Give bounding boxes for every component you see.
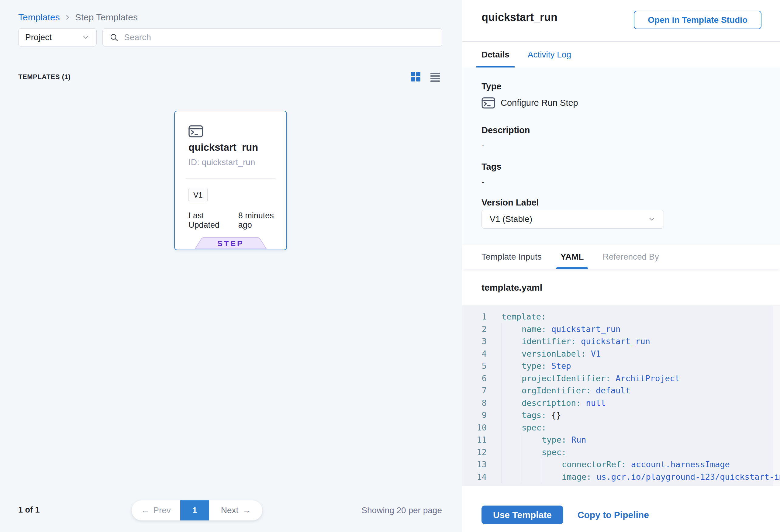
chevron-right-icon xyxy=(64,14,71,21)
yaml-line: 12 spec: xyxy=(462,446,780,459)
yaml-file-name: template.yaml xyxy=(482,282,542,293)
yaml-line: 8 description: null xyxy=(462,397,780,409)
use-template-button[interactable]: Use Template xyxy=(482,505,563,524)
pager-next-label: Next xyxy=(221,505,239,515)
templates-count-header: TEMPLATES (1) xyxy=(18,73,70,81)
details-section: Type Configure Run Step Description - Ta… xyxy=(462,67,780,244)
per-page-indicator: Showing 20 per page xyxy=(361,505,442,515)
tags-label: Tags xyxy=(482,162,501,172)
chevron-down-icon xyxy=(82,34,90,41)
arrow-left-icon: ← xyxy=(141,505,150,515)
pager-page-1-button[interactable]: 1 xyxy=(180,500,209,521)
breadcrumb-templates-link[interactable]: Templates xyxy=(18,12,60,22)
yaml-line: 13 connectorRef: account.harnessImage xyxy=(462,458,780,471)
yaml-line: 10 spec: xyxy=(462,422,780,434)
yaml-line: 2 name: quickstart_run xyxy=(462,323,780,336)
yaml-line: 6 projectIdentifier: ArchitProject xyxy=(462,373,780,385)
run-step-terminal-icon xyxy=(482,97,495,108)
type-value-row: Configure Run Step xyxy=(482,97,578,108)
template-card[interactable]: quickstart_run ID: quickstart_run V1 Las… xyxy=(174,111,287,250)
description-label: Description xyxy=(482,125,530,135)
yaml-code-viewer[interactable]: 1template:2 name: quickstart_run3 identi… xyxy=(462,305,780,486)
scope-select-value: Project xyxy=(25,33,52,42)
yaml-line: 5 type: Step xyxy=(462,360,780,373)
tab-template-inputs[interactable]: Template Inputs xyxy=(482,244,542,269)
version-label-select[interactable]: V1 (Stable) xyxy=(482,210,664,229)
copy-to-pipeline-link[interactable]: Copy to Pipeline xyxy=(578,510,649,520)
tab-yaml[interactable]: YAML xyxy=(560,244,584,269)
yaml-line: 7 orgIdentifier: default xyxy=(462,385,780,397)
template-details-panel: quickstart_run Open in Template Studio D… xyxy=(462,0,780,532)
details-tab-bar: Details Activity Log xyxy=(482,42,571,67)
breadcrumb: Templates Step Templates xyxy=(18,12,138,22)
open-in-template-studio-button[interactable]: Open in Template Studio xyxy=(634,11,762,29)
description-value: - xyxy=(482,140,484,150)
yaml-line: 1template: xyxy=(462,311,780,323)
version-select-value: V1 (Stable) xyxy=(490,214,532,224)
details-actions: Use Template Copy to Pipeline xyxy=(482,505,649,524)
card-last-updated: Last Updated 8 minutes ago xyxy=(189,211,286,230)
yaml-line: 9 tags: {} xyxy=(462,409,780,422)
pager-prev-label: Prev xyxy=(153,505,171,515)
card-template-name: quickstart_run xyxy=(189,142,258,153)
type-value: Configure Run Step xyxy=(501,98,578,108)
arrow-right-icon: → xyxy=(242,505,250,515)
tab-referenced-by[interactable]: Referenced By xyxy=(602,244,659,269)
version-label: Version Label xyxy=(482,198,539,208)
card-version-badge: V1 xyxy=(189,188,208,202)
grid-view-button[interactable] xyxy=(411,72,421,82)
templates-list-panel: Templates Step Templates Project TEMPLAT… xyxy=(0,0,462,532)
step-tag-label: STEP xyxy=(195,239,266,248)
yaml-file-header: template.yaml xyxy=(462,269,780,305)
tab-details[interactable]: Details xyxy=(482,42,509,67)
details-panel-title: quickstart_run xyxy=(482,11,557,24)
tags-value: - xyxy=(482,177,484,187)
search-icon xyxy=(109,33,118,42)
card-template-id: ID: quickstart_run xyxy=(189,157,255,167)
chevron-down-icon xyxy=(648,215,656,223)
card-divider xyxy=(186,179,276,179)
search-box xyxy=(102,28,442,47)
search-input[interactable] xyxy=(124,33,435,42)
tab-activity-log[interactable]: Activity Log xyxy=(528,42,571,67)
pager-next-button[interactable]: Next → xyxy=(209,500,262,521)
pagination-summary: 1 of 1 xyxy=(18,505,40,515)
pager-prev-button[interactable]: ← Prev xyxy=(132,500,180,521)
type-label: Type xyxy=(482,82,501,92)
last-updated-value: 8 minutes ago xyxy=(238,211,286,230)
yaml-line: 14 image: us.gcr.io/playground-123/quick… xyxy=(462,471,780,483)
list-view-button[interactable] xyxy=(430,72,441,82)
yaml-lines: 1template:2 name: quickstart_run3 identi… xyxy=(462,311,780,483)
pager: ← Prev 1 Next → xyxy=(132,500,262,521)
grid-view-icon xyxy=(411,72,421,82)
breadcrumb-current: Step Templates xyxy=(75,12,138,22)
yaml-line: 3 identifier: quickstart_run xyxy=(462,335,780,348)
yaml-tab-bar: Template Inputs YAML Referenced By xyxy=(462,244,780,269)
yaml-line: 4 versionLabel: V1 xyxy=(462,348,780,360)
yaml-line: 11 type: Run xyxy=(462,434,780,446)
step-type-tag: STEP xyxy=(195,237,266,249)
run-step-terminal-icon xyxy=(189,125,203,137)
list-view-icon xyxy=(430,72,441,82)
project-scope-select[interactable]: Project xyxy=(18,28,97,47)
last-updated-label: Last Updated xyxy=(189,211,234,230)
